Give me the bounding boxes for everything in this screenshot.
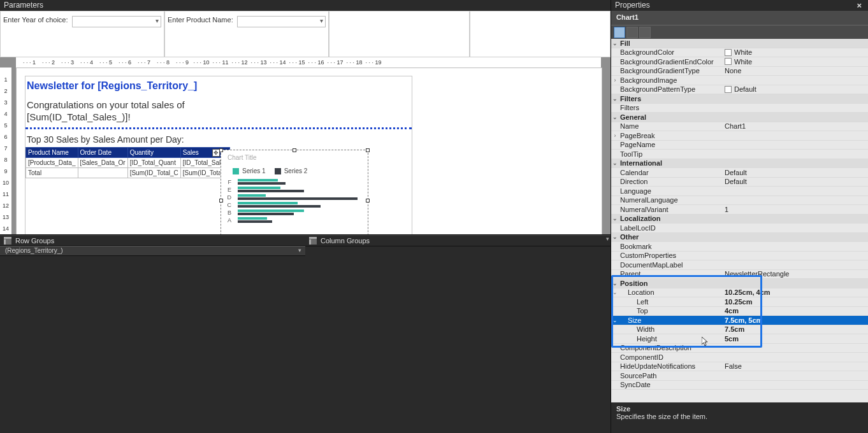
horizontal-ruler: · · · 1· · · 2· · · 3· · · 4· · · 5· · ·… — [16, 57, 601, 67]
legend-swatch-series2 — [275, 168, 281, 174]
prop-row-pagebreak[interactable]: ›PageBreak — [611, 131, 868, 141]
legend-label-series1: Series 1 — [242, 167, 266, 174]
prop-row-backgroundcolor[interactable]: BackgroundColorWhite — [611, 48, 868, 58]
legend-label-series2: Series 2 — [284, 167, 308, 174]
prop-row-customproperties[interactable]: CustomProperties — [611, 252, 868, 261]
column-groups-header[interactable]: Column Groups ▾ — [305, 235, 611, 246]
properties-grid[interactable]: ⌄FillBackgroundColorWhiteBackgroundGradi… — [611, 39, 868, 402]
param-product-select[interactable] — [237, 16, 326, 27]
prop-row-language[interactable]: Language — [611, 187, 868, 196]
prop-row-hideupdatenotifications[interactable]: HideUpdateNotificationsFalse — [611, 362, 868, 372]
prop-row-calendar[interactable]: CalendarDefault — [611, 168, 868, 178]
chart-legend[interactable]: Series 1 Series 2 — [221, 161, 368, 177]
sales-table[interactable]: Product NameOrder DateQuantitySales [Pro… — [25, 147, 230, 178]
design-surface[interactable]: · · · 1· · · 2· · · 3· · · 4· · · 5· · ·… — [0, 57, 611, 234]
column-groups-icon — [309, 237, 317, 245]
prop-row-location[interactable]: ⌄Location10.25cm, 4cm — [611, 288, 868, 298]
prop-row-parent[interactable]: ParentNewsletterRectangle — [611, 270, 868, 280]
table-row[interactable]: [Products_Data_[Sales_Data_Or[ID_Total_Q… — [26, 157, 230, 167]
svg-rect-4 — [309, 237, 317, 239]
row-groups-icon — [4, 237, 11, 245]
properties-desc-text: Specifies the size of the item. — [616, 413, 863, 420]
prop-row-left[interactable]: Left10.25cm — [611, 297, 868, 307]
properties-panel-title: Properties × — [611, 0, 868, 11]
table-row[interactable]: Total[Sum(ID_Total_C[Sum(ID_Total_ — [26, 167, 230, 178]
property-pages-button[interactable] — [639, 27, 651, 38]
param-cell-year: Enter Year of choice: — [0, 11, 164, 57]
prop-row-top[interactable]: Top4cm — [611, 307, 868, 316]
param-year-label: Enter Year of choice: — [3, 16, 68, 24]
table-header[interactable]: Product Name — [26, 147, 78, 157]
properties-title-text: Properties — [615, 1, 650, 10]
prop-row-backgroundpatterntype[interactable]: BackgroundPatternTypeDefault — [611, 85, 868, 95]
prop-row-name[interactable]: NameChart1 — [611, 122, 868, 132]
param-product-label: Enter Product Name: — [168, 16, 233, 24]
prop-row-direction[interactable]: DirectionDefault — [611, 178, 868, 187]
prop-row-numerallanguage[interactable]: NumeralLanguage — [611, 196, 868, 206]
dotted-divider — [25, 127, 412, 129]
report-title[interactable]: Newsletter for [Regions_Territory_] — [25, 76, 412, 96]
column-groups-dropdown-icon[interactable]: ▾ — [606, 236, 609, 242]
prop-section-other[interactable]: ⌄Other — [611, 233, 868, 243]
close-icon[interactable]: × — [854, 1, 864, 10]
param-cell-empty1 — [329, 11, 470, 57]
prop-section-localization[interactable]: ⌄Localization — [611, 215, 868, 224]
table-header[interactable]: Order Date — [78, 147, 127, 157]
prop-row-height[interactable]: Height5cm — [611, 334, 868, 344]
report-body[interactable]: Newsletter for [Regions_Territory_] Cong… — [25, 76, 412, 234]
table-header[interactable]: Quantity — [127, 147, 180, 157]
prop-row-backgroundgradientendcolor[interactable]: BackgroundGradientEndColorWhite — [611, 57, 868, 67]
param-cell-product: Enter Product Name: — [164, 11, 329, 57]
subheading[interactable]: Top 30 Sales by Sales Amount per Day: — [25, 131, 412, 147]
prop-row-width[interactable]: Width7.5cm — [611, 325, 868, 335]
prop-row-backgroundgradienttype[interactable]: BackgroundGradientTypeNone — [611, 67, 868, 76]
row-groups-header[interactable]: Row Groups — [0, 235, 305, 246]
prop-row-syncdate[interactable]: SyncDate — [611, 381, 868, 390]
row-groups-label: Row Groups — [15, 237, 54, 245]
congrats-text[interactable]: Congratulations on your total sales of [… — [25, 96, 412, 126]
properties-desc-title: Size — [616, 405, 863, 413]
properties-object-name[interactable]: Chart1 — [611, 11, 868, 25]
prop-row-tooltip[interactable]: ToolTip — [611, 150, 868, 159]
row-group-item[interactable]: (Regions_Territory_) — [0, 246, 305, 256]
prop-row-filters[interactable]: Filters — [611, 104, 868, 113]
param-year-select[interactable] — [72, 16, 161, 27]
grouping-pane: Row Groups (Regions_Territory_) Column G… — [0, 234, 611, 256]
congrats-line2: [Sum(ID_Total_Sales_)]! — [27, 111, 131, 122]
categorized-view-button[interactable] — [614, 27, 625, 38]
legend-swatch-series1 — [233, 168, 239, 174]
prop-row-bookmark[interactable]: Bookmark — [611, 242, 868, 252]
chart-plot-area[interactable]: FEDCBA — [233, 179, 360, 234]
prop-section-general[interactable]: ⌄General — [611, 113, 868, 122]
svg-rect-1 — [4, 237, 11, 239]
prop-section-filters[interactable]: ⌄Filters — [611, 94, 868, 104]
prop-section-fill[interactable]: ⌄Fill — [611, 39, 868, 48]
parameters-panel-title: Parameters — [0, 0, 611, 11]
report-canvas[interactable]: Newsletter for [Regions_Territory_] Cong… — [16, 67, 602, 234]
properties-toolbar — [611, 25, 868, 39]
svg-rect-5 — [309, 239, 311, 245]
prop-row-numeralvariant[interactable]: NumeralVariant1 — [611, 205, 868, 215]
prop-section-position[interactable]: ⌄Position — [611, 279, 868, 288]
prop-row-componentid[interactable]: ComponentID — [611, 353, 868, 362]
properties-description: Size Specifies the size of the item. — [611, 402, 868, 433]
congrats-line1: Congratulations on your total sales of — [27, 99, 185, 110]
prop-row-componentdescription[interactable]: ComponentDescription — [611, 344, 868, 353]
prop-row-sourcepath[interactable]: SourcePath — [611, 371, 868, 381]
parameters-panel: Enter Year of choice: Enter Product Name… — [0, 11, 611, 57]
chart-designer-item[interactable]: ✥ Chart Title Series 1 Series 2 FEDCBA 0… — [221, 150, 368, 234]
param-cell-empty2 — [470, 11, 611, 57]
prop-row-pagename[interactable]: PageName — [611, 141, 868, 150]
svg-rect-2 — [4, 239, 6, 245]
prop-row-backgroundimage[interactable]: ›BackgroundImage — [611, 76, 868, 85]
vertical-ruler: 1234567891011121314 — [0, 67, 11, 234]
prop-row-labellocid[interactable]: LabelLocID — [611, 224, 868, 233]
prop-row-documentmaplabel[interactable]: DocumentMapLabel — [611, 260, 868, 270]
column-groups-label: Column Groups — [321, 237, 370, 245]
prop-section-international[interactable]: ⌄International — [611, 159, 868, 169]
prop-row-size[interactable]: ⌄Size7.5cm, 5cm — [611, 316, 868, 325]
alphabetical-view-button[interactable] — [626, 27, 638, 38]
